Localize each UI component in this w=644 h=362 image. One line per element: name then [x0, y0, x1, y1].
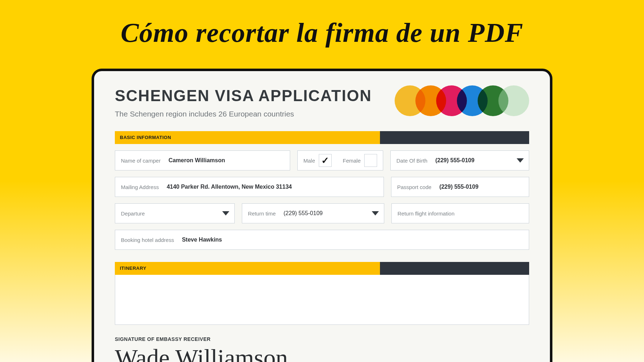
dob-label: Date Of Birth	[396, 158, 428, 164]
passport-value: (229) 555-0109	[439, 184, 478, 190]
form-header: SCHENGEN VISA APPLICATION The Schengen r…	[115, 87, 529, 118]
name-value: Cameron Williamson	[169, 157, 225, 164]
passport-field[interactable]: Passport code (229) 555-0109	[391, 177, 529, 197]
gender-male: Male ✓	[303, 154, 332, 167]
female-checkbox[interactable]	[364, 154, 377, 167]
return-time-label: Return time	[248, 210, 276, 217]
departure-field[interactable]: Departure	[115, 203, 235, 223]
form-row-2: Mailing Address 4140 Parker Rd. Allentow…	[115, 177, 529, 197]
page-title: Cómo recortar la firma de un PDF	[0, 17, 644, 48]
form-row-4: Booking hotel address Steve Hawkins	[115, 230, 529, 250]
hotel-label: Booking hotel address	[121, 237, 174, 243]
return-time-value: (229) 555-0109	[284, 210, 323, 217]
form-title: SCHENGEN VISA APPLICATION	[115, 87, 395, 105]
section-label-basic: BASIC INFORMATION	[115, 131, 380, 144]
chevron-down-icon	[372, 211, 379, 215]
itinerary-box[interactable]	[115, 275, 529, 325]
section-bar-dark	[380, 262, 529, 275]
form-row-3: Departure Return time (229) 555-0109 Ret…	[115, 203, 529, 223]
male-checkbox[interactable]: ✓	[319, 154, 332, 167]
chevron-down-icon	[222, 211, 229, 215]
logo-circles	[395, 85, 529, 116]
female-label: Female	[343, 158, 361, 164]
name-label: Name of camper	[121, 158, 161, 164]
male-label: Male	[303, 158, 315, 164]
form-subtitle: The Schengen region includes 26 European…	[115, 110, 395, 118]
form-row-1: Name of camper Cameron Williamson Male ✓…	[115, 150, 529, 170]
return-flight-label: Return flight information	[397, 210, 454, 217]
section-label-itinerary: ITINERARY	[115, 262, 380, 275]
return-flight-field[interactable]: Return flight information	[391, 203, 529, 223]
section-bar-basic: BASIC INFORMATION	[115, 131, 529, 144]
name-field[interactable]: Name of camper Cameron Williamson	[115, 150, 290, 170]
check-icon: ✓	[321, 155, 329, 166]
document-frame: SCHENGEN VISA APPLICATION The Schengen r…	[92, 69, 552, 362]
mailing-value: 4140 Parker Rd. Allentown, New Mexico 31…	[167, 184, 292, 190]
logo-circle-lightgreen	[498, 85, 529, 116]
chevron-down-icon	[517, 158, 524, 163]
gender-female: Female	[343, 154, 377, 167]
signature-value: Wade Williamson	[115, 346, 529, 362]
section-bar-itinerary: ITINERARY	[115, 262, 529, 275]
dob-value: (229) 555-0109	[435, 157, 474, 164]
mailing-label: Mailing Address	[121, 184, 159, 190]
gender-field: Male ✓ Female	[297, 150, 383, 170]
return-time-field[interactable]: Return time (229) 555-0109	[242, 203, 384, 223]
departure-label: Departure	[121, 210, 145, 217]
hotel-value: Steve Hawkins	[182, 237, 222, 243]
hotel-field[interactable]: Booking hotel address Steve Hawkins	[115, 230, 529, 250]
dob-field[interactable]: Date Of Birth (229) 555-0109	[390, 150, 529, 170]
section-bar-dark	[380, 131, 529, 144]
passport-label: Passport code	[397, 184, 431, 190]
signature-label: SIGNATURE OF EMBASSY RECEIVER	[115, 336, 529, 342]
mailing-field[interactable]: Mailing Address 4140 Parker Rd. Allentow…	[115, 177, 384, 197]
header-text: SCHENGEN VISA APPLICATION The Schengen r…	[115, 87, 395, 118]
